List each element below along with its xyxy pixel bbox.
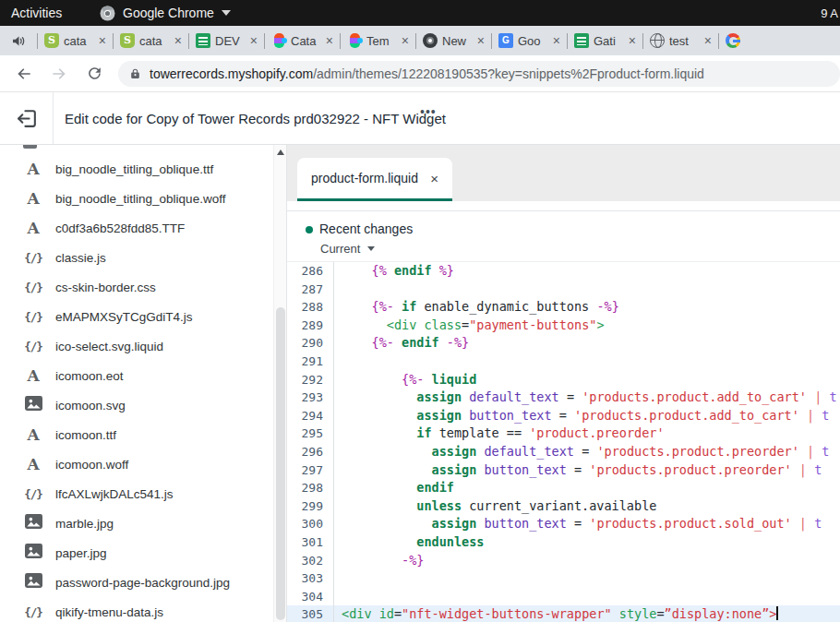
tab-close-icon[interactable]: × <box>704 34 712 47</box>
browser-tab[interactable]: test× <box>643 26 718 55</box>
app-menu-caret-icon <box>222 10 231 16</box>
tab-close-icon[interactable]: × <box>250 34 258 47</box>
tab-title: cata <box>64 34 94 48</box>
code-line[interactable]: 286 {% endif %} <box>287 262 840 281</box>
line-number: 304 <box>287 588 334 606</box>
line-content: assign button_text = 'products.product.s… <box>334 515 840 533</box>
activities-button[interactable]: Activities <box>11 6 62 20</box>
file-item[interactable]: Abig_noodle_titling_oblique.woff <box>0 184 270 213</box>
code-line[interactable]: 289 <div class="payment-buttons"> <box>287 317 840 335</box>
editor-tab-close-icon[interactable]: × <box>430 171 438 186</box>
file-item[interactable]: Ac0df3a6b528fdd85.TTF <box>0 213 270 243</box>
browser-tab[interactable]: Gati× <box>568 26 642 55</box>
line-content: <div id="nft-widget-buttons-wrapper" sty… <box>334 605 840 622</box>
file-name: cs-skin-border.css <box>55 281 156 294</box>
file-name: paper.jpg <box>55 546 107 560</box>
file-item[interactable]: icomoon.svg <box>0 390 270 420</box>
unsaved-changes-dot <box>306 226 313 233</box>
line-content <box>334 353 840 371</box>
file-item[interactable]: {/}qikify-tmenu-data.js <box>0 597 270 622</box>
figma-favicon-icon <box>274 33 284 48</box>
sidebar-scrollbar[interactable] <box>273 145 286 622</box>
scrollbar-up-arrow-icon[interactable] <box>277 150 284 155</box>
tab-close-icon[interactable]: × <box>477 34 485 47</box>
code-line[interactable]: 288 {%- if enable_dynamic_buttons -%} <box>287 298 840 317</box>
more-actions-button[interactable]: ••• <box>420 104 437 119</box>
browser-tab-strip: cata×cata×DEV×Cata×Tem×New×Goo×Gati×test… <box>0 26 840 55</box>
line-content: {%- liquid <box>334 371 840 389</box>
code-line[interactable]: 302 -%} <box>287 552 840 570</box>
code-line[interactable]: 301 endunless <box>287 533 840 552</box>
tab-close-icon[interactable]: × <box>326 34 333 47</box>
version-label: Current <box>320 242 360 256</box>
code-line[interactable]: 296 assign default_text = 'products.prod… <box>287 443 840 461</box>
forward-button[interactable] <box>48 63 70 85</box>
browser-tab[interactable]: Goo× <box>492 26 567 55</box>
scrollbar-thumb[interactable] <box>276 307 285 620</box>
line-number: 297 <box>287 461 334 480</box>
tab-close-icon[interactable]: × <box>99 34 106 47</box>
line-content: assign default_text = 'products.product.… <box>334 443 840 461</box>
browser-tab[interactable]: DEV× <box>189 26 264 55</box>
url-bar[interactable]: towerrecords.myshopify.com/admin/themes/… <box>118 61 840 87</box>
code-line[interactable]: 290 {%- endif -%} <box>287 334 840 353</box>
line-content: {%- endif -%} <box>334 334 840 353</box>
browser-tab[interactable] <box>719 26 840 55</box>
tab-close-icon[interactable]: × <box>553 34 560 47</box>
tab-close-icon[interactable]: × <box>402 34 409 47</box>
browser-tab[interactable]: Tem× <box>341 26 415 55</box>
code-line[interactable]: 294 assign button_text = 'products.produ… <box>287 407 840 425</box>
file-item[interactable]: {/}eMAPMXSyTCgGdiT4.js <box>0 302 270 331</box>
file-item[interactable]: marble.jpg <box>0 508 270 538</box>
code-line[interactable]: 293 assign default_text = 'products.prod… <box>287 389 840 407</box>
code-area[interactable]: 286 {% endif %}287288 {%- if enable_dyna… <box>287 262 840 622</box>
font-file-icon: A <box>23 161 43 177</box>
line-number: 289 <box>287 317 334 335</box>
code-line[interactable]: 299 unless current_variant.available <box>287 497 840 516</box>
browser-tab[interactable]: New× <box>416 26 491 55</box>
tab-close-icon[interactable]: × <box>174 34 182 47</box>
app-menu[interactable]: Google Chrome <box>100 6 231 21</box>
file-item[interactable]: {/}classie.js <box>0 243 270 272</box>
file-item[interactable]: password-page-background.jpg <box>0 568 270 597</box>
url-domain: towerrecords.myshopify.com <box>150 66 313 81</box>
code-line[interactable]: 300 assign button_text = 'products.produ… <box>287 515 840 533</box>
line-number: 286 <box>287 262 334 281</box>
clock[interactable]: 9 A <box>821 6 838 20</box>
code-line[interactable]: 291 <box>287 353 840 371</box>
line-number: 291 <box>287 353 334 371</box>
browser-tab[interactable]: cata× <box>38 26 113 55</box>
file-item[interactable]: {/}cs-skin-border.css <box>0 272 270 302</box>
code-line[interactable]: 292 {%- liquid <box>287 371 840 389</box>
file-item[interactable]: {/}lfcAXLwjkDALc541.js <box>0 479 270 508</box>
tab-close-icon[interactable]: × <box>629 34 636 47</box>
audio-indicator-icon[interactable] <box>0 35 37 47</box>
reload-button[interactable] <box>83 63 105 85</box>
file-item[interactable]: Aicomoon.ttf <box>0 420 270 449</box>
file-name: big_noodle_titling_oblique.ttf <box>55 162 213 176</box>
code-line[interactable]: 304 <box>287 588 840 606</box>
file-item[interactable]: {/}ico-select.svg.liquid <box>0 331 270 361</box>
file-item[interactable]: Aicomoon.eot <box>0 361 270 390</box>
line-number: 288 <box>287 298 334 317</box>
code-line[interactable]: 287 <box>287 281 840 299</box>
browser-tab[interactable]: Cata× <box>265 26 340 55</box>
file-item[interactable]: paper.jpg <box>0 538 270 568</box>
file-item[interactable]: Abig_noodle_titling_oblique.ttf <box>0 154 270 184</box>
file-name: c0df3a6b528fdd85.TTF <box>55 221 185 235</box>
file-item[interactable]: Aicomoon.woff <box>0 449 270 479</box>
file-name: icomoon.woff <box>55 458 128 472</box>
version-dropdown[interactable]: Current <box>320 242 375 256</box>
browser-tab[interactable]: cata× <box>114 26 188 55</box>
file-name: lfcAXLwjkDALc541.js <box>55 487 174 501</box>
exit-code-editor-button[interactable] <box>16 107 39 130</box>
code-line[interactable]: 298 endif <box>287 479 840 497</box>
code-line[interactable]: 303 <box>287 569 840 588</box>
tab-title: DEV <box>215 34 246 48</box>
back-button[interactable] <box>13 63 35 85</box>
editor-tab-product-form[interactable]: product-form.liquid × <box>297 158 452 198</box>
code-line[interactable]: 295 if template == 'product.preorder' <box>287 425 840 443</box>
code-line[interactable]: 297 assign button_text = 'products.produ… <box>287 461 840 480</box>
code-line-active[interactable]: 305<div id="nft-widget-buttons-wrapper" … <box>287 605 840 622</box>
line-number: 298 <box>287 479 334 497</box>
